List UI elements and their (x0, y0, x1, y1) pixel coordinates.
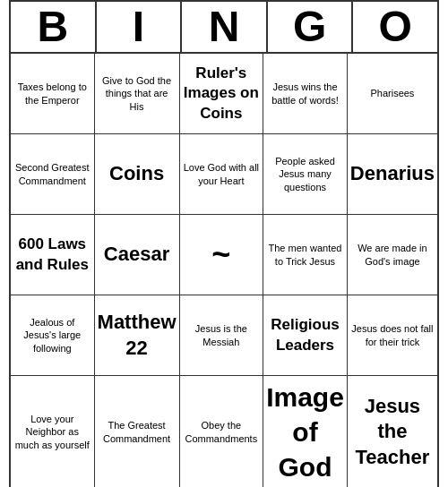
cell-text-20: Love your Neighbor as much as yourself (13, 413, 91, 451)
cell-text-8: People asked Jesus many questions (266, 155, 344, 193)
bingo-cell-19[interactable]: Jesus does not fall for their trick (348, 295, 437, 376)
bingo-cell-3[interactable]: Jesus wins the battle of words! (263, 54, 348, 134)
bingo-cell-23[interactable]: Image of God (263, 376, 348, 487)
header-letter-b: B (11, 2, 97, 52)
bingo-cell-0[interactable]: Taxes belong to the Emperor (11, 54, 95, 134)
bingo-cell-4[interactable]: Pharisees (348, 54, 437, 134)
cell-text-9: Denarius (350, 161, 435, 187)
bingo-cell-9[interactable]: Denarius (348, 134, 437, 215)
cell-text-2: Ruler's Images on Coins (183, 64, 261, 123)
bingo-cell-14[interactable]: We are made in God's image (348, 215, 437, 295)
bingo-cell-7[interactable]: Love God with all your Heart (180, 134, 264, 215)
cell-text-4: Pharisees (370, 87, 414, 99)
header-letter-n: N (182, 2, 268, 52)
bingo-cell-8[interactable]: People asked Jesus many questions (263, 134, 348, 215)
bingo-cell-22[interactable]: Obey the Commandments (180, 376, 264, 487)
cell-text-13: The men wanted to Trick Jesus (266, 242, 344, 268)
bingo-cell-17[interactable]: Jesus is the Messiah (180, 295, 264, 376)
bingo-card: BINGO Taxes belong to the EmperorGive to… (9, 0, 439, 487)
cell-text-12: ~ (211, 234, 230, 276)
cell-text-22: Obey the Commandments (183, 419, 261, 445)
bingo-cell-16[interactable]: Matthew 22 (95, 295, 180, 376)
header-letter-o: O (353, 2, 437, 52)
cell-text-21: The Greatest Commandment (98, 419, 177, 445)
bingo-cell-2[interactable]: Ruler's Images on Coins (180, 54, 264, 134)
cell-text-15: Jealous of Jesus's large following (13, 316, 91, 355)
bingo-grid: Taxes belong to the EmperorGive to God t… (11, 54, 437, 487)
bingo-cell-24[interactable]: Jesus the Teacher (348, 376, 437, 487)
bingo-cell-6[interactable]: Coins (95, 134, 180, 215)
header-letter-g: G (268, 2, 354, 52)
cell-text-11: Caesar (104, 242, 169, 268)
cell-text-6: Coins (109, 161, 164, 187)
bingo-cell-1[interactable]: Give to God the things that are His (95, 54, 180, 134)
bingo-cell-15[interactable]: Jealous of Jesus's large following (11, 295, 95, 376)
bingo-cell-13[interactable]: The men wanted to Trick Jesus (263, 215, 348, 295)
cell-text-23: Image of God (266, 380, 344, 484)
cell-text-5: Second Greatest Commandment (13, 161, 91, 187)
cell-text-10: 600 Laws and Rules (13, 235, 91, 274)
bingo-cell-20[interactable]: Love your Neighbor as much as yourself (11, 376, 95, 487)
cell-text-16: Matthew 22 (98, 310, 177, 361)
cell-text-14: We are made in God's image (350, 242, 435, 268)
header-letter-i: I (97, 2, 183, 52)
cell-text-24: Jesus the Teacher (350, 394, 435, 471)
cell-text-19: Jesus does not fall for their trick (350, 322, 435, 348)
bingo-header: BINGO (11, 2, 437, 54)
cell-text-0: Taxes belong to the Emperor (13, 81, 91, 107)
cell-text-3: Jesus wins the battle of words! (266, 81, 344, 107)
bingo-cell-10[interactable]: 600 Laws and Rules (11, 215, 95, 295)
cell-text-7: Love God with all your Heart (183, 161, 261, 187)
bingo-cell-5[interactable]: Second Greatest Commandment (11, 134, 95, 215)
bingo-cell-12[interactable]: ~ (180, 215, 264, 295)
bingo-cell-11[interactable]: Caesar (95, 215, 180, 295)
cell-text-17: Jesus is the Messiah (183, 322, 261, 348)
cell-text-1: Give to God the things that are His (98, 74, 177, 113)
bingo-cell-21[interactable]: The Greatest Commandment (95, 376, 180, 487)
cell-text-18: Religious Leaders (266, 315, 344, 355)
bingo-cell-18[interactable]: Religious Leaders (263, 295, 348, 376)
